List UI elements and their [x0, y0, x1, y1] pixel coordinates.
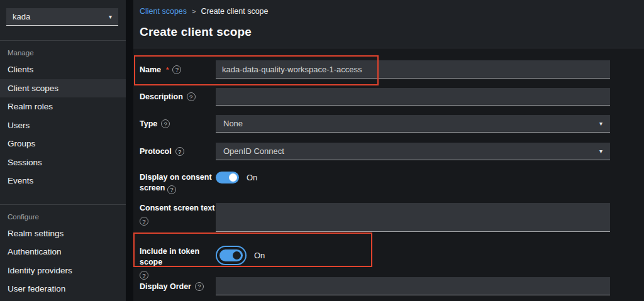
- include-in-token-scope-toggle-row: On: [216, 242, 644, 265]
- display-on-consent-toggle-row: On: [216, 170, 644, 183]
- protocol-select[interactable]: OpenID Connect ▾: [216, 143, 610, 160]
- sidebar-item-clients[interactable]: Clients: [0, 60, 126, 79]
- help-icon[interactable]: ?: [167, 185, 176, 194]
- name-label: Name: [140, 65, 161, 74]
- consent-screen-text-input[interactable]: [216, 203, 610, 232]
- type-label: Type: [140, 119, 157, 128]
- type-select[interactable]: None ▾: [216, 115, 610, 133]
- include-in-token-scope-toggle[interactable]: [219, 249, 243, 261]
- toggle-knob: [233, 251, 241, 260]
- form-row-consent-screen-text: Consent screen text ?: [140, 203, 644, 234]
- form-row-protocol: Protocol ? OpenID Connect ▾: [140, 143, 644, 160]
- include-in-token-scope-label: Include in token scope ?: [140, 242, 216, 281]
- chevron-down-icon: ▾: [109, 13, 112, 20]
- name-input-col: [216, 60, 644, 79]
- create-client-scope-form: Name * ? Description ? Type ?: [133, 48, 644, 295]
- main-content: Client scopes > Create client scope Crea…: [133, 0, 644, 301]
- toggle-knob: [229, 173, 237, 182]
- sidebar-content-divider: [126, 0, 133, 301]
- description-label: Description: [140, 92, 183, 101]
- display-on-consent-toggle[interactable]: [216, 172, 239, 183]
- help-icon[interactable]: ?: [140, 217, 148, 226]
- type-input-col: None ▾: [216, 115, 644, 133]
- sidebar-item-users[interactable]: Users: [0, 116, 126, 135]
- form-row-type: Type ? None ▾: [140, 115, 644, 133]
- page-header: Client scopes > Create client scope Crea…: [133, 0, 644, 48]
- sidebar-item-realm-roles[interactable]: Realm roles: [0, 97, 126, 116]
- breadcrumb: Client scopes > Create client scope: [140, 7, 644, 16]
- help-icon[interactable]: ?: [172, 65, 181, 74]
- realm-selector-value: kada: [13, 12, 30, 21]
- form-row-description: Description ?: [140, 88, 644, 106]
- breadcrumb-separator-icon: >: [192, 8, 196, 15]
- sidebar: kada ▾ Manage Clients Client scopes Real…: [0, 0, 126, 301]
- sidebar-item-authentication[interactable]: Authentication: [0, 243, 126, 261]
- consent-screen-text-input-col: [216, 203, 644, 234]
- display-order-input[interactable]: [216, 277, 610, 295]
- description-label-group: Description ?: [140, 88, 216, 106]
- type-label-group: Type ?: [140, 115, 216, 133]
- display-on-consent-label: Display on consent screen ?: [140, 172, 216, 194]
- display-order-input-col: [216, 277, 644, 295]
- required-asterisk: *: [166, 66, 169, 74]
- chevron-down-icon: ▾: [599, 148, 602, 155]
- realm-selector[interactable]: kada ▾: [6, 8, 118, 26]
- breadcrumb-current: Create client scope: [201, 7, 268, 16]
- include-in-token-scope-input-col: On: [216, 242, 644, 270]
- display-order-label-group: Display Order ?: [140, 277, 216, 295]
- display-order-label: Display Order: [140, 282, 191, 291]
- name-label-group: Name * ?: [140, 60, 216, 79]
- display-on-consent-input-col: On: [216, 170, 644, 203]
- sidebar-item-realm-settings[interactable]: Realm settings: [0, 224, 126, 243]
- form-row-include-in-token-scope: Include in token scope ? On: [140, 242, 644, 270]
- type-select-value: None: [223, 119, 243, 128]
- sidebar-item-events[interactable]: Events: [0, 172, 126, 190]
- form-row-display-order: Display Order ?: [140, 277, 644, 295]
- help-icon[interactable]: ?: [195, 282, 204, 291]
- protocol-label-group: Protocol ?: [140, 143, 216, 160]
- sidebar-item-user-federation[interactable]: User federation: [0, 280, 126, 298]
- breadcrumb-client-scopes-link[interactable]: Client scopes: [140, 7, 187, 16]
- sidebar-item-identity-providers[interactable]: Identity providers: [0, 261, 126, 280]
- form-row-name: Name * ?: [140, 60, 644, 79]
- consent-screen-text-label-group: Consent screen text ?: [140, 203, 216, 234]
- include-in-token-scope-state: On: [254, 251, 265, 260]
- sidebar-item-groups[interactable]: Groups: [0, 134, 126, 153]
- form-row-display-on-consent: Display on consent screen ? On: [140, 170, 644, 203]
- description-input-col: [216, 88, 644, 106]
- chevron-down-icon: ▾: [599, 120, 602, 127]
- consent-screen-text-label: Consent screen text ?: [140, 203, 214, 227]
- description-input[interactable]: [216, 88, 610, 106]
- sidebar-section-manage: Manage: [0, 41, 126, 60]
- sidebar-section-configure: Configure: [0, 205, 126, 224]
- include-in-token-scope-label-group: Include in token scope ?: [140, 242, 216, 270]
- protocol-label: Protocol: [140, 147, 172, 156]
- protocol-select-value: OpenID Connect: [223, 146, 284, 156]
- display-on-consent-state: On: [247, 173, 257, 182]
- help-icon[interactable]: ?: [161, 119, 170, 128]
- toggle-focus-ring: [216, 246, 247, 265]
- sidebar-item-sessions[interactable]: Sessions: [0, 153, 126, 172]
- protocol-input-col: OpenID Connect ▾: [216, 143, 644, 160]
- page-title: Create client scope: [140, 25, 644, 39]
- help-icon[interactable]: ?: [187, 92, 196, 101]
- display-on-consent-label-group: Display on consent screen ?: [140, 170, 216, 203]
- sidebar-item-client-scopes[interactable]: Client scopes: [0, 79, 126, 98]
- help-icon[interactable]: ?: [175, 147, 184, 156]
- name-input[interactable]: [216, 60, 610, 79]
